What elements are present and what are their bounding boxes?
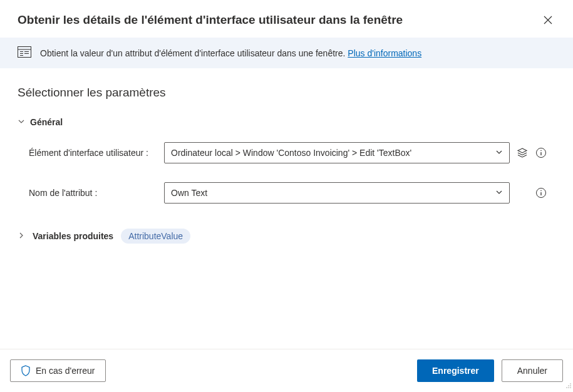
- layers-button[interactable]: [516, 147, 529, 159]
- attribute-label: Nom de l'attribut :: [29, 188, 164, 198]
- on-error-button[interactable]: En cas d'erreur: [10, 359, 106, 382]
- variables-section: Variables produites AttributeValue: [18, 229, 555, 244]
- close-icon: [544, 16, 552, 24]
- svg-point-13: [570, 383, 571, 384]
- attribute-row: Nom de l'attribut : Own Text: [18, 182, 555, 204]
- svg-point-14: [568, 385, 569, 386]
- ui-element-controls: Ordinateur local > Window 'Contoso Invoi…: [164, 142, 555, 163]
- chevron-down-icon: [495, 148, 503, 158]
- svg-point-11: [540, 190, 542, 192]
- info-icon: [535, 147, 547, 158]
- form-details-icon: [18, 46, 31, 59]
- svg-point-17: [568, 387, 569, 388]
- info-button[interactable]: [535, 187, 547, 199]
- banner-description: Obtient la valeur d'un attribut d'élémen…: [40, 48, 348, 58]
- attribute-value: Own Text: [171, 188, 207, 198]
- dialog-content: Sélectionner les paramètres Général Élém…: [0, 68, 573, 251]
- svg-point-18: [570, 387, 571, 388]
- chevron-right-icon[interactable]: [18, 231, 25, 241]
- layers-icon: [517, 147, 528, 158]
- save-button[interactable]: Enregistrer: [417, 359, 494, 382]
- chevron-down-icon: [495, 188, 503, 198]
- ui-element-row: Élément d'interface utilisateur : Ordina…: [18, 142, 555, 163]
- close-button[interactable]: [540, 13, 555, 28]
- info-button[interactable]: [535, 147, 547, 159]
- dialog-header: Obtenir les détails de l'élément d'inter…: [0, 0, 573, 35]
- general-label: Général: [30, 117, 63, 127]
- shield-icon: [21, 365, 31, 376]
- ui-element-dropdown[interactable]: Ordinateur local > Window 'Contoso Invoi…: [164, 142, 510, 163]
- attribute-controls: Own Text: [164, 182, 555, 204]
- resize-grip-icon[interactable]: [565, 381, 572, 391]
- section-title: Sélectionner les paramètres: [18, 86, 555, 100]
- chevron-down-icon: [18, 117, 25, 127]
- variable-badge[interactable]: AttributeValue: [121, 229, 190, 244]
- footer-actions: Enregistrer Annuler: [417, 359, 563, 382]
- ui-element-label: Élément d'interface utilisateur :: [29, 148, 164, 158]
- variables-label: Variables produites: [33, 231, 113, 241]
- info-banner: Obtient la valeur d'un attribut d'élémen…: [0, 38, 573, 68]
- attribute-dropdown[interactable]: Own Text: [164, 182, 510, 204]
- cancel-button[interactable]: Annuler: [502, 359, 563, 382]
- more-info-link[interactable]: Plus d'informations: [348, 48, 421, 58]
- dialog-title: Obtenir les détails de l'élément d'inter…: [18, 13, 403, 27]
- info-icon: [535, 187, 547, 199]
- ui-element-value: Ordinateur local > Window 'Contoso Invoi…: [171, 148, 411, 158]
- dialog-footer: En cas d'erreur Enregistrer Annuler: [0, 349, 573, 392]
- general-section-header[interactable]: Général: [18, 117, 555, 127]
- svg-point-16: [566, 387, 567, 388]
- on-error-label: En cas d'erreur: [36, 366, 95, 376]
- info-banner-text: Obtient la valeur d'un attribut d'élémen…: [40, 48, 421, 58]
- svg-point-8: [540, 150, 542, 152]
- svg-point-15: [570, 385, 571, 386]
